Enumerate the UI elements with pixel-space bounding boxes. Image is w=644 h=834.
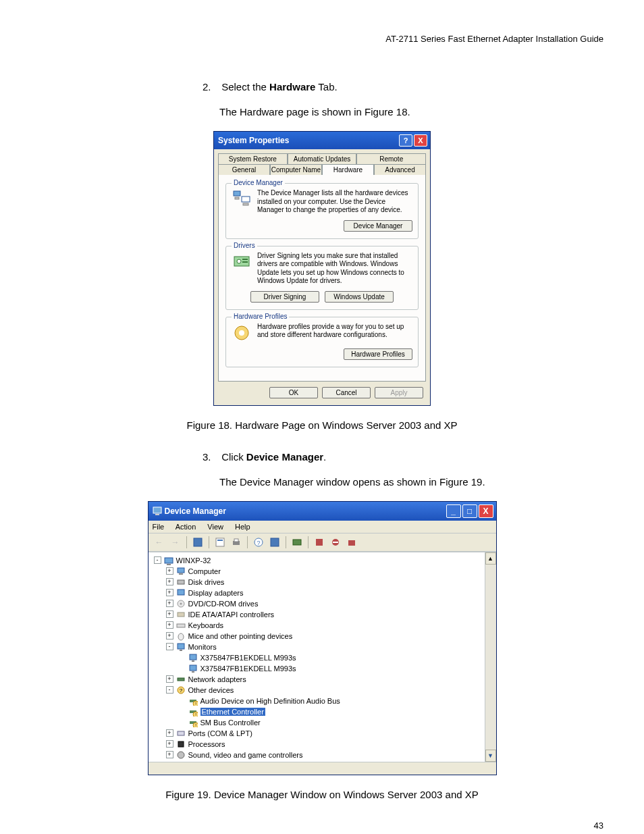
tab-system-restore[interactable]: System Restore — [218, 153, 288, 164]
up-icon[interactable] — [191, 536, 205, 549]
minimize-button[interactable]: _ — [446, 504, 461, 518]
expand-icon[interactable]: + — [166, 610, 173, 618]
scrollbar[interactable]: ▲ ▼ — [485, 552, 496, 762]
tree-node[interactable]: +Sound, video and game controllers — [150, 750, 483, 760]
tree-node[interactable]: +Computer — [150, 566, 483, 577]
expand-icon[interactable]: - — [166, 643, 173, 650]
tree-node[interactable]: !SM Bus Controller — [150, 717, 483, 728]
tree-node[interactable]: +Mice and other pointing devices — [150, 631, 483, 642]
scroll-down-icon[interactable]: ▼ — [485, 750, 496, 762]
tree-node[interactable]: +IDE ATA/ATAPI controllers — [150, 609, 483, 620]
expand-icon[interactable]: + — [166, 740, 173, 748]
tree-node-label: DVD/CD-ROM drives — [188, 600, 259, 608]
tab-advanced[interactable]: Advanced — [374, 164, 426, 175]
expand-icon[interactable]: + — [166, 600, 173, 607]
expand-icon[interactable] — [180, 719, 186, 725]
tree-node[interactable]: +Network adapters — [150, 674, 483, 685]
expand-icon[interactable] — [180, 665, 186, 671]
expand-icon[interactable]: + — [166, 567, 173, 575]
cd-icon — [176, 599, 186, 608]
tree-node[interactable]: !Audio Device on High Definition Audio B… — [150, 696, 483, 706]
dialog-titlebar[interactable]: System Properties ? X — [214, 132, 430, 149]
step-3-bold: Device Manager — [246, 451, 323, 463]
expand-icon[interactable] — [180, 654, 186, 660]
close-button[interactable]: X — [414, 134, 427, 147]
tree-node[interactable]: +Keyboards — [150, 620, 483, 631]
expand-icon[interactable] — [180, 708, 186, 714]
menu-file[interactable]: File — [153, 523, 165, 531]
forward-icon[interactable]: → — [169, 536, 182, 549]
windows-update-button[interactable]: Windows Update — [325, 291, 394, 303]
menu-action[interactable]: Action — [176, 523, 196, 531]
tree-node[interactable]: -Monitors — [150, 642, 483, 652]
svg-rect-14 — [217, 540, 223, 541]
update-driver-icon[interactable] — [345, 536, 358, 549]
maximize-button[interactable]: □ — [462, 504, 477, 518]
menu-help[interactable]: Help — [235, 523, 250, 531]
tab-remote[interactable]: Remote — [356, 153, 426, 164]
svg-rect-12 — [194, 538, 202, 546]
tree-root[interactable]: -WINXP-32 — [150, 555, 483, 566]
scan-icon[interactable] — [268, 536, 281, 549]
svg-rect-11 — [155, 514, 159, 515]
expand-icon[interactable]: + — [166, 632, 173, 640]
expand-icon[interactable]: + — [166, 621, 173, 629]
tree-node[interactable]: +Storage volumes — [150, 760, 483, 762]
tree-node-label: Audio Device on High Definition Audio Bu… — [200, 697, 340, 705]
device-tree[interactable]: -WINXP-32+Computer+Disk drives+Display a… — [149, 552, 485, 762]
tree-node[interactable]: X375847FB1EKDELL M993s — [150, 652, 483, 663]
step-3-desc: The Device Manager window opens as shown… — [219, 476, 603, 488]
driver-signing-button[interactable]: Driver Signing — [250, 291, 319, 303]
svg-rect-29 — [178, 580, 184, 584]
tree-node[interactable]: +Processors — [150, 739, 483, 750]
refresh-icon[interactable] — [290, 536, 304, 549]
expand-icon[interactable]: - — [166, 686, 173, 694]
svg-rect-34 — [177, 624, 185, 627]
page-header: AT-2711 Series Fast Ethernet Adapter Ins… — [41, 34, 603, 44]
tree-node[interactable]: +Ports (COM & LPT) — [150, 728, 483, 739]
tree-root-label: WINXP-32 — [176, 556, 211, 565]
tree-node[interactable]: -?Other devices — [150, 685, 483, 696]
expand-icon[interactable] — [180, 698, 186, 704]
print-icon[interactable] — [230, 536, 243, 549]
tree-node[interactable]: !Ethernet Controller — [150, 706, 483, 717]
tab-general[interactable]: General — [218, 164, 270, 175]
page-number: 43 — [41, 820, 603, 831]
expand-icon[interactable]: + — [166, 589, 173, 596]
ok-button[interactable]: OK — [269, 387, 318, 398]
hardware-profiles-group-title: Hardware Profiles — [232, 313, 289, 320]
uninstall-icon[interactable] — [313, 536, 326, 549]
tree-node[interactable]: X375847FB1EKDELL M993s — [150, 663, 483, 674]
tab-hardware[interactable]: Hardware — [322, 164, 374, 175]
tree-node-label: Network adapters — [188, 675, 246, 683]
expand-icon[interactable]: + — [166, 578, 173, 585]
tree-node[interactable]: +DVD/CD-ROM drives — [150, 598, 483, 609]
device-manager-button[interactable]: Device Manager — [344, 220, 412, 232]
properties-icon[interactable] — [213, 536, 227, 549]
disable-icon[interactable] — [329, 536, 342, 549]
devmgr-titlebar[interactable]: Device Manager _ □ X — [149, 502, 496, 521]
tree-node[interactable]: +Display adapters — [150, 588, 483, 598]
tree-node[interactable]: +Disk drives — [150, 577, 483, 588]
cancel-button[interactable]: Cancel — [322, 387, 371, 398]
hardware-profiles-button[interactable]: Hardware Profiles — [344, 348, 412, 360]
expand-icon[interactable]: + — [166, 675, 173, 683]
tab-row-bottom: General Computer Name Hardware Advanced — [218, 164, 426, 175]
apply-button[interactable]: Apply — [375, 387, 423, 398]
expand-icon[interactable]: - — [154, 556, 161, 564]
scroll-up-icon[interactable]: ▲ — [485, 552, 496, 565]
tab-automatic-updates[interactable]: Automatic Updates — [288, 153, 357, 164]
help-icon[interactable]: ? — [252, 536, 265, 549]
close-button[interactable]: X — [479, 504, 493, 518]
tree-node-label: Ethernet Controller — [200, 708, 265, 716]
tab-computer-name[interactable]: Computer Name — [270, 164, 322, 175]
hardware-profiles-text: Hardware profiles provide a way for you … — [257, 323, 412, 343]
expand-icon[interactable]: + — [166, 729, 173, 737]
other-icon: ? — [176, 685, 186, 695]
menu-view[interactable]: View — [207, 523, 223, 531]
back-icon[interactable]: ← — [153, 536, 166, 549]
help-button[interactable]: ? — [399, 134, 412, 147]
tree-node-label: Display adapters — [188, 589, 244, 597]
tree-node-label: Mice and other pointing devices — [188, 632, 293, 640]
expand-icon[interactable]: + — [166, 751, 173, 758]
